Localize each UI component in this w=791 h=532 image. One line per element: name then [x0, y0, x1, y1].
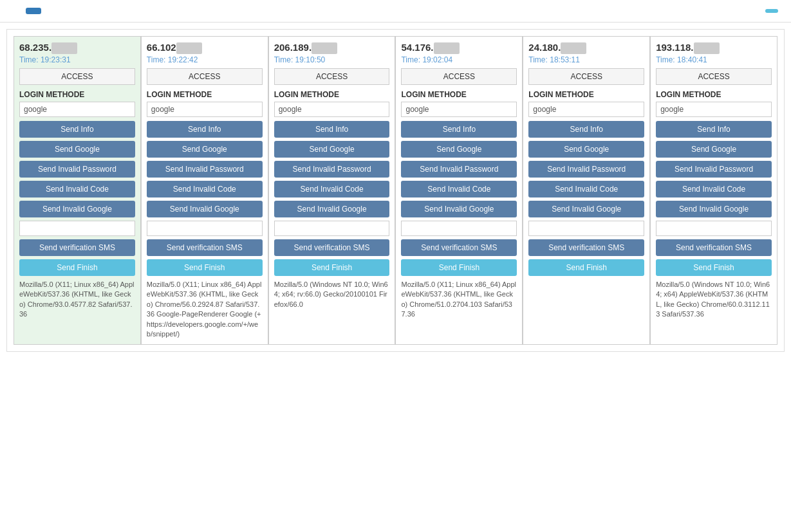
send-invalid-code-button-3[interactable]: Send Invalid Code [401, 181, 517, 197]
send-info-button-5[interactable]: Send Info [656, 121, 772, 138]
access-button-2[interactable]: ACCESS [274, 68, 390, 85]
send-invalid-password-button-4[interactable]: Send Invalid Password [528, 161, 644, 178]
login-input-3[interactable] [401, 102, 517, 117]
ip-hidden-1 [176, 42, 202, 54]
login-input-5[interactable] [656, 102, 772, 117]
send-verification-button-0[interactable]: Send verification SMS [19, 239, 135, 256]
ip-visible-3: 54.176. [401, 42, 433, 53]
card-4: 24.180. Time: 18:53:11 ACCESS LOGIN METH… [523, 36, 650, 345]
send-invalid-google-button-2[interactable]: Send Invalid Google [274, 201, 390, 217]
access-button-5[interactable]: ACCESS [656, 68, 772, 85]
ip-visible-0: 68.235. [19, 42, 51, 53]
send-finish-button-5[interactable]: Send Finish [656, 259, 772, 276]
send-invalid-google-button-1[interactable]: Send Invalid Google [147, 201, 263, 217]
user-agent-3: Mozilla/5.0 (X11; Linux x86_64) AppleWeb… [401, 280, 517, 320]
login-input-1[interactable] [147, 102, 263, 117]
ip-visible-5: 193.118. [656, 42, 693, 53]
send-info-button-2[interactable]: Send Info [274, 121, 390, 138]
send-google-button-2[interactable]: Send Google [274, 141, 390, 158]
card-ip-4: 24.180. [528, 42, 644, 54]
user-agent-0: Mozilla/5.0 (X11; Linux x86_64) AppleWeb… [19, 280, 135, 320]
send-info-button-0[interactable]: Send Info [19, 121, 135, 138]
card-ip-5: 193.118. [656, 42, 772, 54]
send-info-button-4[interactable]: Send Info [528, 121, 644, 138]
access-button-3[interactable]: ACCESS [401, 68, 517, 85]
send-invalid-google-button-0[interactable]: Send Invalid Google [19, 201, 135, 217]
send-info-button-1[interactable]: Send Info [147, 121, 263, 138]
sms-input-2[interactable] [274, 221, 390, 236]
send-invalid-google-button-4[interactable]: Send Invalid Google [528, 201, 644, 217]
send-info-button-3[interactable]: Send Info [401, 121, 517, 138]
ip-hidden-4 [561, 42, 586, 54]
send-invalid-password-button-1[interactable]: Send Invalid Password [147, 161, 263, 178]
card-time-3: Time: 19:02:04 [401, 55, 517, 64]
send-google-button-4[interactable]: Send Google [528, 141, 644, 158]
send-invalid-password-button-3[interactable]: Send Invalid Password [401, 161, 517, 178]
sms-input-4[interactable] [528, 221, 644, 236]
card-ip-3: 54.176. [401, 42, 517, 54]
card-ip-1: 66.102 [147, 42, 263, 54]
send-finish-button-4[interactable]: Send Finish [528, 259, 644, 276]
ip-hidden-5 [694, 42, 720, 54]
ip-hidden-3 [434, 42, 460, 54]
send-invalid-code-button-4[interactable]: Send Invalid Code [528, 181, 644, 197]
go-button[interactable] [26, 8, 41, 14]
send-google-button-0[interactable]: Send Google [19, 141, 135, 158]
login-input-0[interactable] [19, 102, 135, 117]
user-agent-1: Mozilla/5.0 (X11; Linux x86_64) AppleWeb… [147, 280, 263, 339]
card-time-2: Time: 19:10:50 [274, 55, 390, 64]
send-finish-button-0[interactable]: Send Finish [19, 259, 135, 276]
user-agent-2: Mozilla/5.0 (Windows NT 10.0; Win64; x64… [274, 280, 390, 309]
send-invalid-password-button-0[interactable]: Send Invalid Password [19, 161, 135, 178]
card-ip-0: 68.235. [19, 42, 135, 54]
send-invalid-code-button-2[interactable]: Send Invalid Code [274, 181, 390, 197]
access-button-0[interactable]: ACCESS [19, 68, 135, 85]
send-invalid-code-button-1[interactable]: Send Invalid Code [147, 181, 263, 197]
card-time-1: Time: 19:22:42 [147, 55, 263, 64]
login-methode-label-5: LOGIN METHODE [656, 90, 772, 99]
ip-hidden-0 [51, 42, 77, 54]
send-google-button-3[interactable]: Send Google [401, 141, 517, 158]
send-verification-button-1[interactable]: Send verification SMS [147, 239, 263, 256]
send-verification-button-4[interactable]: Send verification SMS [528, 239, 644, 256]
send-finish-button-2[interactable]: Send Finish [274, 259, 390, 276]
accessed-count [765, 9, 778, 13]
send-verification-button-5[interactable]: Send verification SMS [656, 239, 772, 256]
sms-input-1[interactable] [147, 221, 263, 236]
send-invalid-google-button-5[interactable]: Send Invalid Google [656, 201, 772, 217]
send-finish-button-1[interactable]: Send Finish [147, 259, 263, 276]
card-time-4: Time: 18:53:11 [528, 55, 644, 64]
login-input-2[interactable] [274, 102, 390, 117]
access-button-1[interactable]: ACCESS [147, 68, 263, 85]
card-0: 68.235. Time: 19:23:31 ACCESS LOGIN METH… [14, 36, 141, 345]
card-1: 66.102 Time: 19:22:42 ACCESS LOGIN METHO… [141, 36, 268, 345]
send-invalid-google-button-3[interactable]: Send Invalid Google [401, 201, 517, 217]
ip-visible-1: 66.102 [147, 42, 176, 53]
card-time-0: Time: 19:23:31 [19, 55, 135, 64]
top-bar [0, 0, 791, 23]
card-ip-2: 206.189. [274, 42, 390, 54]
ip-visible-2: 206.189. [274, 42, 312, 53]
send-invalid-password-button-5[interactable]: Send Invalid Password [656, 161, 772, 178]
sms-input-5[interactable] [656, 221, 772, 236]
ip-visible-4: 24.180. [528, 42, 561, 53]
login-methode-label-0: LOGIN METHODE [19, 90, 135, 99]
send-invalid-code-button-5[interactable]: Send Invalid Code [656, 181, 772, 197]
send-invalid-code-button-0[interactable]: Send Invalid Code [19, 181, 135, 197]
login-methode-label-4: LOGIN METHODE [528, 90, 644, 99]
send-invalid-password-button-2[interactable]: Send Invalid Password [274, 161, 390, 178]
send-finish-button-3[interactable]: Send Finish [401, 259, 517, 276]
login-input-4[interactable] [528, 102, 644, 117]
send-google-button-1[interactable]: Send Google [147, 141, 263, 158]
login-methode-label-1: LOGIN METHODE [147, 90, 263, 99]
cards-container: 68.235. Time: 19:23:31 ACCESS LOGIN METH… [6, 29, 785, 352]
sms-input-0[interactable] [19, 221, 135, 236]
login-methode-label-2: LOGIN METHODE [274, 90, 390, 99]
sms-input-3[interactable] [401, 221, 517, 236]
send-google-button-5[interactable]: Send Google [656, 141, 772, 158]
send-verification-button-2[interactable]: Send verification SMS [274, 239, 390, 256]
accessed-by-section [760, 9, 778, 13]
login-methode-label-3: LOGIN METHODE [401, 90, 517, 99]
send-verification-button-3[interactable]: Send verification SMS [401, 239, 517, 256]
access-button-4[interactable]: ACCESS [528, 68, 644, 85]
